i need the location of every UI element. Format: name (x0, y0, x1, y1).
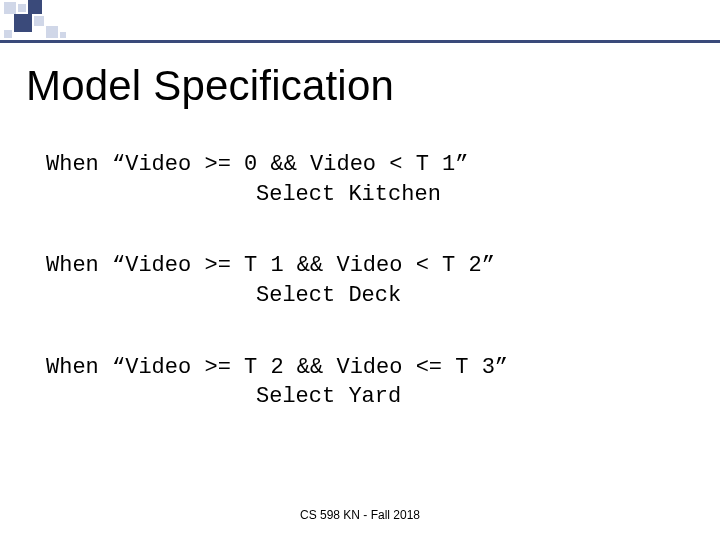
top-rule (0, 40, 720, 43)
rule-block: When “Video >= T 1 && Video < T 2” Selec… (46, 251, 680, 310)
rules-content: When “Video >= 0 && Video < T 1” Select … (46, 150, 680, 454)
rule-condition: When “Video >= T 1 && Video < T 2” (46, 251, 680, 281)
rule-block: When “Video >= 0 && Video < T 1” Select … (46, 150, 680, 209)
corner-decoration (0, 0, 140, 42)
rule-block: When “Video >= T 2 && Video <= T 3” Sele… (46, 353, 680, 412)
rule-action: Select Yard (46, 382, 680, 412)
page-title: Model Specification (26, 62, 394, 110)
rule-condition: When “Video >= T 2 && Video <= T 3” (46, 353, 680, 383)
rule-action: Select Kitchen (46, 180, 680, 210)
rule-action: Select Deck (46, 281, 680, 311)
rule-condition: When “Video >= 0 && Video < T 1” (46, 150, 680, 180)
footer-text: CS 598 KN - Fall 2018 (0, 508, 720, 522)
